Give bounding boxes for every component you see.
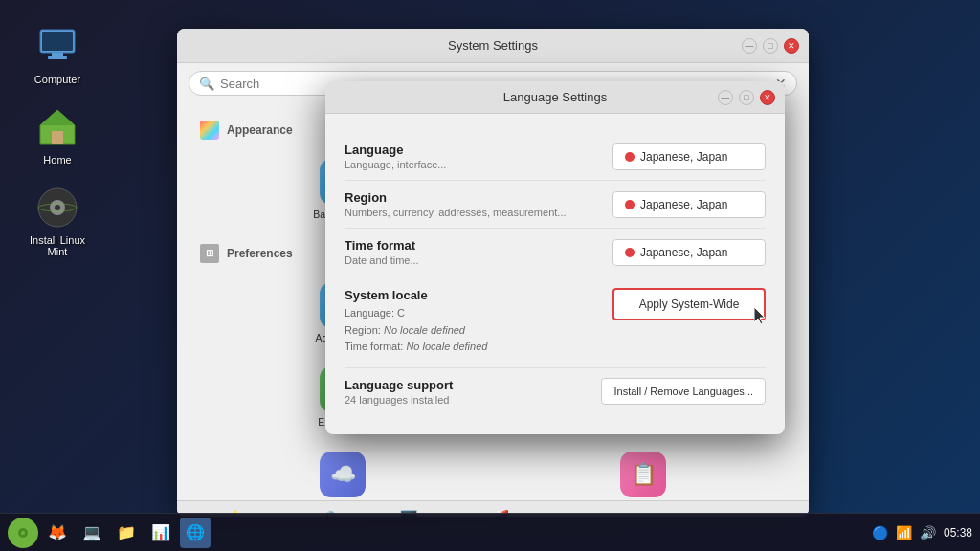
language-support-info: Language support 24 languages installed [345,378,590,406]
locale-time-value: No locale defined [406,341,487,352]
lang-maximize-button[interactable]: □ [739,90,754,105]
online-accounts-icon: ☁️ [320,452,366,497]
maximize-button[interactable]: □ [763,38,778,54]
locale-language-label: Language: [345,307,397,319]
svg-rect-3 [48,56,67,59]
time-format-row-info: Time format Date and time... [345,238,601,266]
install-remove-languages-button[interactable]: Install / Remove Languages... [601,378,766,405]
desktop: Computer Home Install Linux [0,0,980,551]
desktop-icon-computer[interactable]: Computer [19,19,96,90]
apply-system-wide-button[interactable]: Apply System-Wide [612,288,766,320]
language-row-subtitle: Language, interface... [345,159,601,170]
language-row: Language Language, interface... Japanese… [345,133,766,181]
settings-window-title: System Settings [448,38,538,53]
search-icon: 🔍 [199,77,214,91]
lang-minimize-button[interactable]: — [718,90,733,105]
locale-region-label: Region: [345,324,384,336]
home-icon [34,104,80,150]
system-locale-detail: Language: C Region: No locale defined Ti… [345,305,601,356]
taskbar-right: 🔵 📶 🔊 05:38 [872,525,972,540]
volume-icon: 🔊 [920,525,936,540]
locale-region-value: No locale defined [384,324,465,336]
settings-item-panel[interactable]: 📋 Panel [497,444,790,500]
region-row-subtitle: Numbers, currency, addresses, measuremen… [345,207,601,218]
system-locale-title: System locale [345,288,601,302]
bluetooth-icon: 🔵 [872,525,888,540]
clock: 05:38 [944,526,972,540]
computer-icon [34,24,80,70]
taskbar: 🦊 💻 📁 📊 🌐 🔵 📶 🔊 05:38 [0,513,980,551]
prefs-icon: ⊞ [200,244,219,263]
region-row-title: Region [345,190,601,205]
computer-label: Computer [34,74,80,85]
window-controls: — □ ✕ [742,38,799,54]
lang-content: Language Language, interface... Japanese… [325,114,785,434]
lang-controls: — □ ✕ [718,90,775,105]
taskbar-terminal-button[interactable]: 💻 [77,518,107,548]
system-locale-row: System locale Language: C Region: No loc… [345,276,766,368]
language-row-info: Language Language, interface... [345,143,601,170]
install-btn-label: Install / Remove Languages... [613,386,753,397]
language-settings-dialog: Language Settings — □ ✕ Language Languag… [325,81,785,434]
appearance-color-icon [200,121,219,140]
region-value: Japanese, Japan [640,198,727,211]
minimize-button[interactable]: — [742,38,757,54]
taskbar-files-button[interactable]: 📁 [111,518,142,548]
taskbar-firefox-button[interactable]: 🦊 [42,518,73,548]
lang-dialog-title: Language Settings [503,90,607,104]
language-row-title: Language [345,143,601,157]
locale-language-value: C [397,307,405,319]
system-locale-info: System locale Language: C Region: No loc… [345,288,601,356]
language-support-row: Language support 24 languages installed … [345,368,766,415]
mint-menu-button[interactable] [8,518,38,548]
settings-item-online-accounts[interactable]: ☁️ Online Accounts [196,444,489,500]
time-format-row-title: Time format [345,238,601,253]
region-row-info: Region Numbers, currency, addresses, mea… [345,190,601,218]
svg-marker-6 [40,110,75,125]
apply-btn-label: Apply System-Wide [639,298,740,311]
taskbar-app4-button[interactable]: 📊 [145,518,176,548]
language-support-subtitle: 24 languages installed [345,394,590,406]
desktop-icon-install[interactable]: Install Linux Mint [19,180,96,262]
settings-titlebar: System Settings — □ ✕ [177,29,809,63]
time-format-row: Time format Date and time... Japanese, J… [345,229,766,276]
svg-rect-2 [52,53,63,56]
region-row: Region Numbers, currency, addresses, mea… [345,181,766,229]
time-format-row-value[interactable]: Japanese, Japan [612,239,766,266]
taskbar-app5-button[interactable]: 🌐 [180,518,211,548]
install-icon [34,185,80,231]
region-dot [625,200,635,209]
language-row-value[interactable]: Japanese, Japan [612,143,766,170]
svg-point-23 [21,531,25,535]
svg-rect-5 [52,131,63,144]
language-dot [625,152,635,162]
region-row-value[interactable]: Japanese, Japan [612,191,766,218]
home-label: Home [43,154,71,165]
language-support-title: Language support [345,378,590,392]
time-format-value: Japanese, Japan [640,246,727,259]
taskbar-left: 🦊 💻 📁 📊 🌐 [8,518,211,548]
panel-icon: 📋 [620,452,666,497]
svg-point-9 [55,205,60,210]
lang-close-button[interactable]: ✕ [760,90,775,105]
locale-time-label: Time format: [345,341,406,352]
lang-titlebar: Language Settings — □ ✕ [325,81,785,114]
language-value: Japanese, Japan [640,150,727,164]
svg-marker-20 [754,307,765,324]
time-format-dot [625,248,635,257]
appearance-label: Appearance [227,123,293,137]
preferences-label: Preferences [227,247,293,260]
desktop-icon-home[interactable]: Home [19,99,96,170]
close-button[interactable]: ✕ [784,38,799,54]
svg-rect-1 [42,32,73,51]
mint-logo [13,523,33,542]
cursor-icon [754,307,768,326]
desktop-icons: Computer Home Install Linux [19,19,96,262]
time-format-row-subtitle: Date and time... [345,254,601,266]
wifi-icon: 📶 [896,525,912,540]
install-label: Install Linux Mint [24,234,91,257]
